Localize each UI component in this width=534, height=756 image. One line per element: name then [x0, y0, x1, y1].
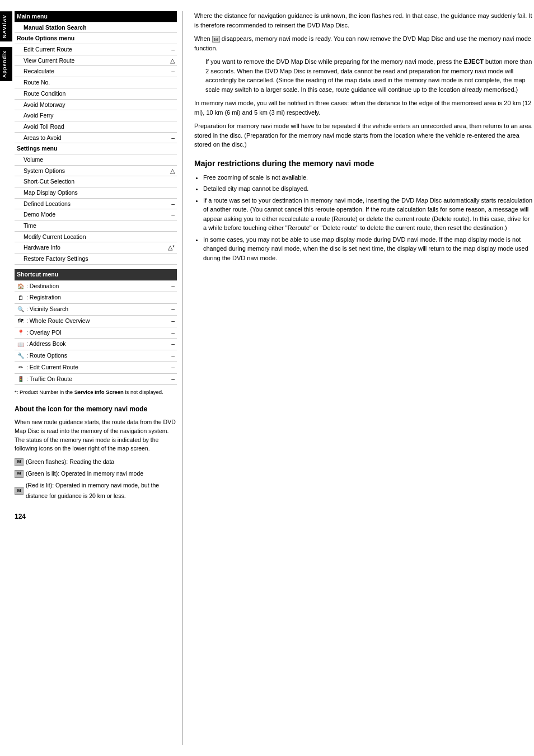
- indented-paragraph: If you want to remove the DVD Map Disc w…: [194, 57, 534, 94]
- mem-icon-green-flash: M: [15, 458, 24, 466]
- registration-row: 🗒 : Registration: [15, 292, 177, 304]
- bullet-3: If a route was set to your destination i…: [203, 196, 534, 233]
- edit-current-route-shortcut-symbol: –: [166, 361, 177, 373]
- avoid-motorway: Avoid Motorway: [15, 99, 166, 110]
- edit-current-route-shortcut-label: : Edit Current Route: [26, 363, 78, 372]
- left-section: Main menu Manual Station Search Route Op…: [15, 11, 182, 745]
- time-symbol: [166, 220, 177, 232]
- page: NAVI/AV Appendix Main menu Manual Statio…: [0, 0, 534, 756]
- destination-row: 🏠 : Destination –: [15, 280, 177, 292]
- address-book-row: 📖 : Address Book –: [15, 339, 177, 350]
- volume-row: Volume: [15, 154, 177, 165]
- settings-menu-header-row: Settings menu: [15, 143, 177, 154]
- vicinity-search-icon: 🔍: [17, 306, 25, 313]
- intro-paragraph: Where the distance for navigation guidan…: [194, 11, 534, 30]
- route-options-row: 🔧 : Route Options –: [15, 350, 177, 362]
- avoid-motorway-symbol: [166, 99, 177, 110]
- address-book-symbol: –: [166, 339, 177, 350]
- overlay-poi-icon: 📍: [17, 328, 25, 336]
- vicinity-search-symbol: –: [166, 304, 177, 316]
- bullet-4: In some cases, you may not be able to us…: [203, 235, 534, 263]
- destination-icon: 🏠: [17, 282, 25, 290]
- overlay-poi-symbol: –: [166, 327, 177, 339]
- mem-icon-green-flash-label: (Green flashes): Reading the data: [26, 457, 114, 467]
- eject-bold: EJECT: [464, 58, 484, 65]
- avoid-toll-road-symbol: [166, 121, 177, 132]
- navi-av-label: NAVI/AV: [0, 11, 12, 41]
- traffic-on-route-row: 🚦 : Traffic On Route –: [15, 373, 177, 385]
- defined-locations-symbol: –: [166, 198, 177, 209]
- route-options-icon: 🔧: [17, 352, 25, 360]
- nav-icon-inline: M: [212, 36, 220, 43]
- paragraph4: Preparation for memory navi mode will ha…: [194, 121, 534, 149]
- short-cut-selection-symbol: [166, 176, 177, 187]
- edit-current-route-shortcut-item: ✏ : Edit Current Route: [15, 361, 166, 373]
- destination-item: 🏠 : Destination: [15, 280, 166, 292]
- main-menu-header-row: Main menu: [15, 11, 177, 22]
- view-current-route-symbol: △: [166, 55, 177, 66]
- page-number: 124: [15, 513, 177, 520]
- areas-to-avoid-symbol: –: [166, 132, 177, 143]
- registration-label: : Registration: [26, 293, 61, 302]
- registration-symbol: [166, 292, 177, 304]
- restore-factory-settings-symbol: [166, 253, 177, 265]
- whole-route-overview-symbol: –: [166, 315, 177, 327]
- mem-icon-green-lit: M: [15, 470, 24, 478]
- vicinity-search-label: : Vicinity Search: [26, 305, 68, 314]
- overlay-poi-row: 📍 : Overlay POI –: [15, 327, 177, 339]
- footnote: *: Product Number in the Service Info Sc…: [15, 388, 177, 396]
- route-options-header: Route Options menu: [15, 33, 177, 44]
- edit-current-route-row: Edit Current Route –: [15, 44, 177, 55]
- route-no-symbol: [166, 77, 177, 88]
- recalculate: Recalculate: [15, 66, 166, 77]
- time: Time: [15, 220, 166, 232]
- registration-item: 🗒 : Registration: [15, 292, 166, 304]
- short-cut-selection-row: Short-Cut Selection: [15, 176, 177, 187]
- main-menu-header: Main menu: [15, 11, 177, 22]
- footnote-bold: Service Info Screen: [74, 389, 124, 395]
- route-options-header-row: Route Options menu: [15, 33, 177, 44]
- view-current-route: View Current Route: [15, 55, 166, 66]
- map-display-options: Map Display Options: [15, 187, 166, 199]
- edit-current-route: Edit Current Route: [15, 44, 166, 55]
- overlay-poi-item: 📍 : Overlay POI: [15, 327, 166, 339]
- restore-factory-settings-row: Restore Factory Settings: [15, 253, 177, 265]
- route-condition: Route Condition: [15, 88, 166, 99]
- time-row: Time: [15, 220, 177, 232]
- demo-mode: Demo Mode: [15, 209, 166, 220]
- whole-route-overview-label: : Whole Route Overview: [26, 317, 90, 326]
- traffic-on-route-symbol: –: [166, 373, 177, 385]
- memory-icon-green-flash: M (Green flashes): Reading the data: [15, 457, 177, 467]
- whole-route-overview-icon: 🗺: [17, 317, 25, 325]
- vicinity-search-item: 🔍 : Vicinity Search: [15, 304, 166, 316]
- hardware-info: Hardware Info: [15, 242, 166, 253]
- route-options-label: : Route Options: [26, 351, 67, 360]
- areas-to-avoid-row: Areas to Avoid –: [15, 132, 177, 143]
- whole-route-overview-row: 🗺 : Whole Route Overview –: [15, 315, 177, 327]
- modify-current-location: Modify Current Location: [15, 231, 166, 242]
- hardware-info-row: Hardware Info △*: [15, 242, 177, 253]
- address-book-item: 📖 : Address Book: [15, 339, 166, 350]
- edit-current-route-symbol: –: [166, 44, 177, 55]
- recalculate-symbol: –: [166, 66, 177, 77]
- memory-icon-green-lit: M (Green is lit): Operated in memory nav…: [15, 468, 177, 479]
- mem-icon-red-lit-label: (Red is lit): Operated in memory navi mo…: [26, 480, 177, 501]
- hardware-info-symbol: △*: [166, 242, 177, 253]
- registration-icon: 🗒: [17, 294, 25, 302]
- route-options-item: 🔧 : Route Options: [15, 350, 166, 362]
- avoid-ferry-row: Avoid Ferry: [15, 110, 177, 121]
- bullet-1: Free zooming of scale is not available.: [203, 173, 534, 182]
- main-menu-table: Main menu Manual Station Search Route Op…: [15, 11, 177, 265]
- map-display-options-row: Map Display Options: [15, 187, 177, 199]
- footnote-asterisk: *: Product Number in the: [15, 389, 74, 395]
- demo-mode-row: Demo Mode –: [15, 209, 177, 220]
- system-options-symbol: △: [166, 165, 177, 176]
- mem-icon-red-lit: M: [15, 487, 24, 495]
- route-no-row: Route No.: [15, 77, 177, 88]
- view-current-route-row: View Current Route △: [15, 55, 177, 66]
- whole-route-overview-item: 🗺 : Whole Route Overview: [15, 315, 166, 327]
- demo-mode-symbol: –: [166, 209, 177, 220]
- manual-station-search-row: Manual Station Search: [15, 22, 177, 33]
- short-cut-selection: Short-Cut Selection: [15, 176, 166, 187]
- memory-icons: M (Green flashes): Reading the data M (G…: [15, 457, 177, 501]
